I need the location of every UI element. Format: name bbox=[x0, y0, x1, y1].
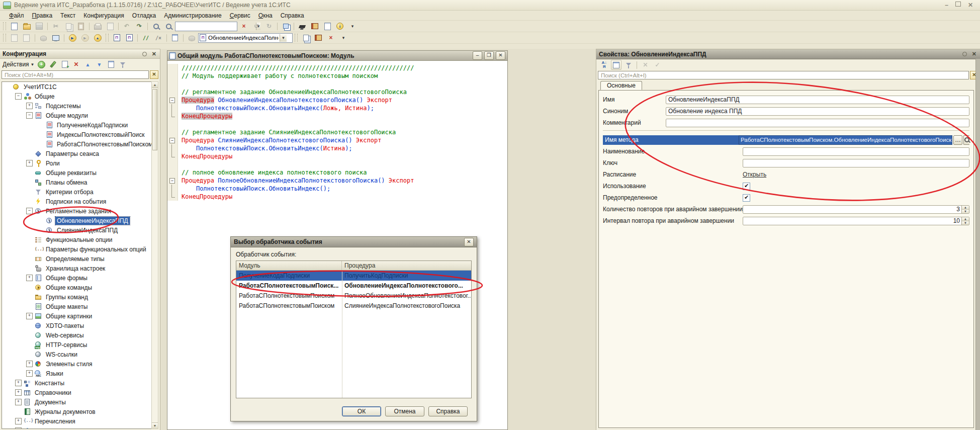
tab-main[interactable]: Основные bbox=[600, 81, 642, 90]
procedure-navigator-combo[interactable]: П ▼ bbox=[198, 33, 293, 43]
expand-icon[interactable]: + bbox=[26, 103, 33, 109]
template-button[interactable] bbox=[300, 32, 312, 43]
collapse-icon[interactable]: − bbox=[15, 93, 22, 100]
tree-item[interactable]: +Роли bbox=[2, 158, 151, 168]
panel-scroll-strip[interactable] bbox=[975, 59, 980, 430]
windows-list-button[interactable] bbox=[280, 21, 292, 32]
cancel-edit-icon[interactable]: ✕ bbox=[640, 60, 651, 70]
scroll-down-icon[interactable]: ▼ bbox=[152, 422, 158, 428]
tree-item[interactable]: РаботаСПолнотекстовымПоиском bbox=[2, 139, 151, 149]
filter-icon[interactable] bbox=[623, 60, 634, 70]
tree-scrollbar[interactable]: ▲ ▼ bbox=[151, 81, 158, 429]
tree-item[interactable]: +Отчеты bbox=[2, 426, 151, 429]
tree-item[interactable]: +Элементы стиля bbox=[2, 359, 151, 369]
expand-icon[interactable]: + bbox=[26, 313, 33, 319]
editor-restore-button[interactable]: ❒ bbox=[484, 51, 494, 60]
expand-icon[interactable]: + bbox=[26, 160, 33, 166]
ok-button[interactable]: ОК bbox=[342, 406, 381, 416]
method-name-field[interactable]: РаботаСПолнотекстовымПоиском.ОбновлениеИ… bbox=[739, 135, 952, 145]
expand-icon[interactable]: + bbox=[15, 380, 22, 386]
tree-item[interactable]: Web-сервисы bbox=[2, 330, 151, 340]
help-contents-button[interactable] bbox=[309, 21, 321, 32]
editor-close-button[interactable]: ✕ bbox=[496, 51, 505, 60]
menu-tools[interactable]: Сервис bbox=[226, 12, 254, 20]
expand-icon[interactable]: + bbox=[26, 370, 33, 377]
key-field[interactable] bbox=[743, 159, 969, 167]
tree-item[interactable]: Определяемые типы bbox=[2, 254, 151, 264]
tree-item[interactable]: Хранилища настроек bbox=[2, 264, 151, 273]
tree-item[interactable]: Общие макеты bbox=[2, 302, 151, 311]
cut-button[interactable]: ✂ bbox=[50, 21, 62, 32]
restore-button[interactable] bbox=[955, 2, 961, 7]
categories-icon[interactable] bbox=[611, 60, 621, 70]
menu-administration[interactable]: Администрирование bbox=[160, 12, 225, 20]
event-handler-row[interactable]: РаботаСПолнотекстовымПоискомПолноеОбновл… bbox=[236, 291, 471, 301]
editor-minimize-button[interactable]: – bbox=[473, 51, 482, 60]
event-handler-row[interactable]: ПолучениеКодаПодпискиПолучитьКодПодписки bbox=[236, 271, 471, 281]
tree-item[interactable]: ОбновлениеИндексаППД bbox=[2, 216, 151, 225]
dialog-close-button[interactable]: ✕ bbox=[464, 238, 474, 246]
expand-icon[interactable]: + bbox=[15, 427, 22, 429]
tree-item[interactable]: −Общие bbox=[2, 92, 151, 101]
print-preview-button[interactable] bbox=[104, 21, 116, 32]
menu-file[interactable]: Файл bbox=[5, 12, 28, 20]
tree-item[interactable]: Критерии отбора bbox=[2, 187, 151, 197]
tree-item[interactable]: ИндексыПолнотекстовыйПоиск bbox=[2, 130, 151, 139]
move-up-button[interactable]: ▲ bbox=[83, 60, 93, 69]
menu-debug[interactable]: Отладка bbox=[128, 12, 160, 20]
spin-down-icon[interactable]: ▼ bbox=[962, 221, 969, 225]
close-template-button[interactable]: × bbox=[325, 32, 337, 43]
delete-item-button[interactable]: ✕ bbox=[72, 60, 81, 69]
filter-button[interactable] bbox=[118, 60, 127, 69]
tree-item[interactable]: XDTO-пакеты bbox=[2, 321, 151, 330]
collapse-icon[interactable]: − bbox=[26, 112, 33, 119]
fold-collapse-icon[interactable] bbox=[167, 136, 178, 144]
column-procedure[interactable]: Процедура bbox=[342, 261, 471, 270]
collapse-icon[interactable]: − bbox=[26, 208, 33, 214]
name-field[interactable]: ОбновлениеИндексаППД bbox=[666, 96, 969, 104]
procedures-functions-button[interactable]: П bbox=[111, 32, 123, 43]
find-button[interactable] bbox=[162, 21, 174, 32]
undo-icon[interactable]: ↶ bbox=[121, 21, 133, 32]
tree-item[interactable]: +Общие формы bbox=[2, 273, 151, 283]
fold-collapse-icon[interactable] bbox=[167, 177, 178, 185]
call-hierarchy-button[interactable] bbox=[186, 32, 198, 43]
sort-list-button[interactable] bbox=[107, 60, 116, 69]
tree-item[interactable]: Журналы документов bbox=[2, 407, 151, 416]
schedule-open-link[interactable]: Открыть bbox=[743, 171, 766, 178]
database-icon[interactable] bbox=[37, 32, 49, 43]
menu-text[interactable]: Текст bbox=[56, 12, 79, 20]
tree-item[interactable]: −Регламентные задания bbox=[2, 206, 151, 216]
tree-item[interactable]: +Языки bbox=[2, 369, 151, 378]
column-module[interactable]: Модуль bbox=[236, 261, 342, 270]
save-button[interactable] bbox=[33, 21, 45, 32]
close-button[interactable]: ✕ bbox=[968, 2, 973, 9]
pin-icon[interactable] bbox=[142, 52, 147, 56]
sort-az-icon[interactable]: А↓Я bbox=[599, 60, 609, 70]
tree-item[interactable]: +Перечисления bbox=[2, 416, 151, 426]
retry-interval-field[interactable]: 10 ▲▼ bbox=[743, 217, 969, 225]
add-comment-button[interactable]: // bbox=[140, 32, 152, 43]
copy-button[interactable] bbox=[62, 21, 74, 32]
tree-item[interactable]: HTTP-сервисы bbox=[2, 340, 151, 350]
remove-comment-button[interactable]: /× bbox=[152, 32, 164, 43]
format-block-button[interactable] bbox=[169, 32, 181, 43]
expand-icon[interactable]: + bbox=[15, 418, 22, 424]
tree-search-input[interactable] bbox=[4, 71, 147, 78]
copy-item-button[interactable] bbox=[60, 60, 69, 69]
menu-help[interactable]: Справка bbox=[277, 12, 308, 20]
tree-item[interactable]: Параметры функциональных опций bbox=[2, 244, 151, 254]
cancel-button[interactable]: Отмена bbox=[385, 406, 424, 416]
predefined-checkbox[interactable]: ✔ bbox=[743, 194, 750, 202]
toolbar-overflow-icon[interactable]: ▾ bbox=[337, 32, 349, 43]
open-file-button[interactable] bbox=[21, 21, 33, 32]
config-compare-button[interactable]: × bbox=[21, 32, 33, 43]
tree-search-field[interactable] bbox=[2, 70, 149, 79]
clear-tree-search-icon[interactable]: ✕ bbox=[150, 70, 158, 79]
find-previous-button[interactable]: ↺ bbox=[250, 21, 262, 32]
tree-item[interactable]: Общие реквизиты bbox=[2, 168, 151, 178]
properties-search-input[interactable] bbox=[600, 72, 967, 79]
new-file-button[interactable] bbox=[8, 21, 20, 32]
expand-icon[interactable]: + bbox=[26, 275, 33, 281]
template-edit-button[interactable] bbox=[312, 32, 324, 43]
